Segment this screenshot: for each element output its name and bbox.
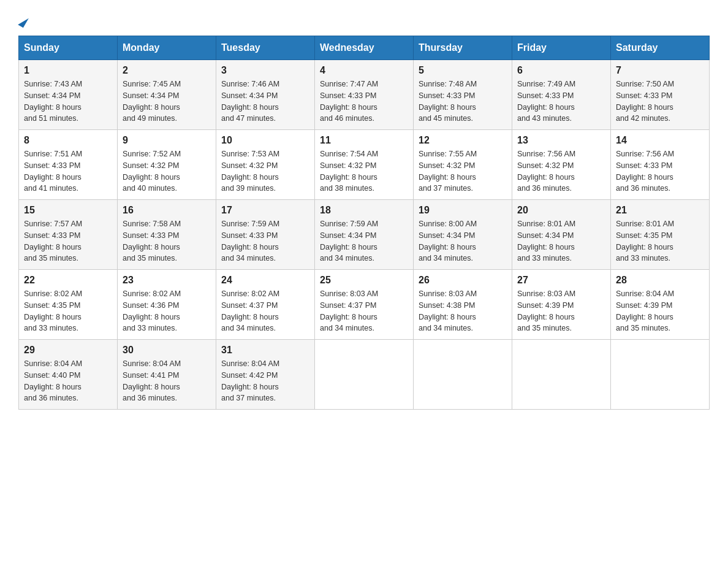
calendar-cell: 4 Sunrise: 7:47 AM Sunset: 4:33 PM Dayli… [315,60,414,130]
day-info: Sunrise: 7:50 AM Sunset: 4:33 PM Dayligh… [616,79,704,124]
day-number: 28 [616,275,704,286]
day-number: 10 [221,135,309,146]
calendar-cell: 8 Sunrise: 7:51 AM Sunset: 4:33 PM Dayli… [19,130,118,200]
calendar-cell: 5 Sunrise: 7:48 AM Sunset: 4:33 PM Dayli… [414,60,512,130]
day-number: 29 [24,345,112,356]
calendar-cell: 11 Sunrise: 7:54 AM Sunset: 4:32 PM Dayl… [315,130,414,200]
day-number: 20 [517,205,605,216]
day-number: 5 [419,65,507,76]
calendar-cell: 2 Sunrise: 7:45 AM Sunset: 4:34 PM Dayli… [118,60,216,130]
day-number: 16 [123,205,211,216]
day-number: 27 [517,275,605,286]
day-info: Sunrise: 7:57 AM Sunset: 4:33 PM Dayligh… [24,218,112,264]
calendar-header-row: SundayMondayTuesdayWednesdayThursdayFrid… [19,36,710,60]
calendar-week-row: 15 Sunrise: 7:57 AM Sunset: 4:33 PM Dayl… [19,200,710,270]
day-number: 7 [616,65,704,76]
col-header-sunday: Sunday [19,36,118,60]
calendar-cell: 7 Sunrise: 7:50 AM Sunset: 4:33 PM Dayli… [611,60,710,130]
calendar-cell [512,340,611,410]
calendar-cell: 1 Sunrise: 7:43 AM Sunset: 4:34 PM Dayli… [19,60,118,130]
day-info: Sunrise: 8:00 AM Sunset: 4:34 PM Dayligh… [419,218,507,264]
day-info: Sunrise: 8:02 AM Sunset: 4:36 PM Dayligh… [123,288,211,334]
calendar-cell: 25 Sunrise: 8:03 AM Sunset: 4:37 PM Dayl… [315,270,414,340]
day-info: Sunrise: 8:02 AM Sunset: 4:35 PM Dayligh… [24,288,112,334]
calendar-cell: 19 Sunrise: 8:00 AM Sunset: 4:34 PM Dayl… [414,200,512,270]
day-info: Sunrise: 7:46 AM Sunset: 4:34 PM Dayligh… [221,79,309,124]
col-header-wednesday: Wednesday [315,36,414,60]
day-info: Sunrise: 7:59 AM Sunset: 4:34 PM Dayligh… [320,218,408,264]
day-info: Sunrise: 7:58 AM Sunset: 4:33 PM Dayligh… [123,218,211,264]
day-number: 30 [123,345,211,356]
calendar-cell: 17 Sunrise: 7:59 AM Sunset: 4:33 PM Dayl… [216,200,315,270]
calendar-week-row: 8 Sunrise: 7:51 AM Sunset: 4:33 PM Dayli… [19,130,710,200]
day-info: Sunrise: 8:04 AM Sunset: 4:41 PM Dayligh… [123,358,211,404]
day-info: Sunrise: 8:03 AM Sunset: 4:37 PM Dayligh… [320,288,408,334]
col-header-saturday: Saturday [611,36,710,60]
calendar-cell: 20 Sunrise: 8:01 AM Sunset: 4:34 PM Dayl… [512,200,611,270]
calendar-cell: 3 Sunrise: 7:46 AM Sunset: 4:34 PM Dayli… [216,60,315,130]
calendar-cell: 6 Sunrise: 7:49 AM Sunset: 4:33 PM Dayli… [512,60,611,130]
logo-triangle-icon [18,15,29,28]
calendar-cell [315,340,414,410]
day-number: 19 [419,205,507,216]
day-info: Sunrise: 7:54 AM Sunset: 4:32 PM Dayligh… [320,148,408,194]
day-number: 6 [517,65,605,76]
calendar-cell: 28 Sunrise: 8:04 AM Sunset: 4:39 PM Dayl… [611,270,710,340]
day-info: Sunrise: 7:52 AM Sunset: 4:32 PM Dayligh… [123,148,211,194]
day-info: Sunrise: 7:47 AM Sunset: 4:33 PM Dayligh… [320,79,408,124]
day-number: 21 [616,205,704,216]
day-number: 31 [221,345,309,356]
day-info: Sunrise: 7:51 AM Sunset: 4:33 PM Dayligh… [24,148,112,194]
calendar-cell: 9 Sunrise: 7:52 AM Sunset: 4:32 PM Dayli… [118,130,216,200]
day-number: 8 [24,135,112,146]
calendar-cell: 27 Sunrise: 8:03 AM Sunset: 4:39 PM Dayl… [512,270,611,340]
col-header-tuesday: Tuesday [216,36,315,60]
day-number: 4 [320,65,408,76]
day-info: Sunrise: 7:56 AM Sunset: 4:32 PM Dayligh… [517,148,605,194]
day-number: 1 [24,65,112,76]
day-number: 18 [320,205,408,216]
day-info: Sunrise: 8:04 AM Sunset: 4:42 PM Dayligh… [221,358,309,404]
col-header-thursday: Thursday [414,36,512,60]
calendar-cell: 14 Sunrise: 7:56 AM Sunset: 4:33 PM Dayl… [611,130,710,200]
page-header [18,12,710,29]
calendar-cell: 13 Sunrise: 7:56 AM Sunset: 4:32 PM Dayl… [512,130,611,200]
day-info: Sunrise: 8:03 AM Sunset: 4:38 PM Dayligh… [419,288,507,334]
day-number: 3 [221,65,309,76]
day-info: Sunrise: 8:04 AM Sunset: 4:39 PM Dayligh… [616,288,704,334]
logo [18,18,26,29]
calendar-cell: 16 Sunrise: 7:58 AM Sunset: 4:33 PM Dayl… [118,200,216,270]
day-number: 14 [616,135,704,146]
day-number: 2 [123,65,211,76]
calendar-cell: 29 Sunrise: 8:04 AM Sunset: 4:40 PM Dayl… [19,340,118,410]
calendar-cell [611,340,710,410]
day-info: Sunrise: 7:45 AM Sunset: 4:34 PM Dayligh… [123,79,211,124]
day-number: 26 [419,275,507,286]
day-info: Sunrise: 7:48 AM Sunset: 4:33 PM Dayligh… [419,79,507,124]
calendar-cell: 10 Sunrise: 7:53 AM Sunset: 4:32 PM Dayl… [216,130,315,200]
col-header-friday: Friday [512,36,611,60]
day-info: Sunrise: 7:59 AM Sunset: 4:33 PM Dayligh… [221,218,309,264]
day-info: Sunrise: 8:01 AM Sunset: 4:34 PM Dayligh… [517,218,605,264]
day-number: 9 [123,135,211,146]
day-number: 12 [419,135,507,146]
day-info: Sunrise: 7:55 AM Sunset: 4:32 PM Dayligh… [419,148,507,194]
calendar-week-row: 1 Sunrise: 7:43 AM Sunset: 4:34 PM Dayli… [19,60,710,130]
calendar-cell: 26 Sunrise: 8:03 AM Sunset: 4:38 PM Dayl… [414,270,512,340]
calendar-week-row: 29 Sunrise: 8:04 AM Sunset: 4:40 PM Dayl… [19,340,710,410]
col-header-monday: Monday [118,36,216,60]
calendar-cell: 12 Sunrise: 7:55 AM Sunset: 4:32 PM Dayl… [414,130,512,200]
day-info: Sunrise: 8:03 AM Sunset: 4:39 PM Dayligh… [517,288,605,334]
calendar-cell: 24 Sunrise: 8:02 AM Sunset: 4:37 PM Dayl… [216,270,315,340]
day-info: Sunrise: 7:49 AM Sunset: 4:33 PM Dayligh… [517,79,605,124]
day-info: Sunrise: 7:56 AM Sunset: 4:33 PM Dayligh… [616,148,704,194]
calendar-cell: 21 Sunrise: 8:01 AM Sunset: 4:35 PM Dayl… [611,200,710,270]
calendar-cell: 18 Sunrise: 7:59 AM Sunset: 4:34 PM Dayl… [315,200,414,270]
calendar-cell: 22 Sunrise: 8:02 AM Sunset: 4:35 PM Dayl… [19,270,118,340]
day-info: Sunrise: 7:43 AM Sunset: 4:34 PM Dayligh… [24,79,112,124]
day-number: 23 [123,275,211,286]
calendar-cell: 31 Sunrise: 8:04 AM Sunset: 4:42 PM Dayl… [216,340,315,410]
day-number: 25 [320,275,408,286]
calendar-cell: 23 Sunrise: 8:02 AM Sunset: 4:36 PM Dayl… [118,270,216,340]
day-number: 22 [24,275,112,286]
